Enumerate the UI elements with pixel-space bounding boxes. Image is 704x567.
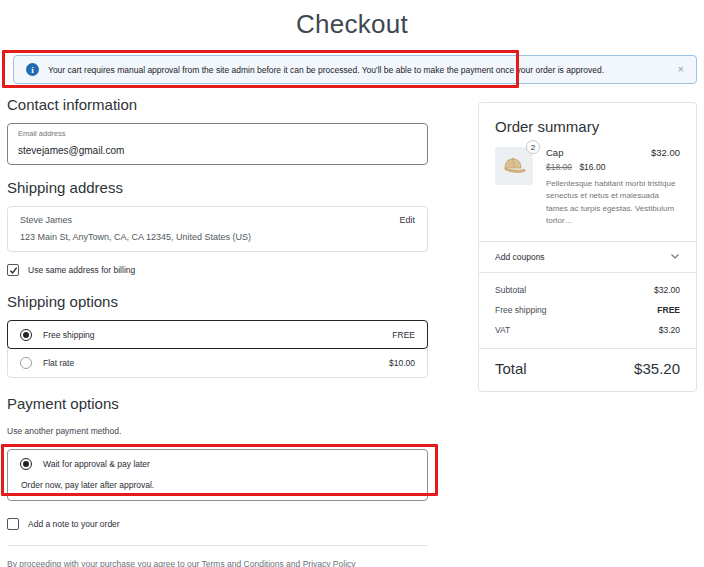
summary-row-value: FREE: [657, 305, 680, 315]
email-field-label: Email address: [18, 129, 417, 138]
total-value: $35.20: [634, 360, 680, 377]
edit-address-button[interactable]: Edit: [399, 215, 415, 242]
payment-method-wrap: Wait for approval & pay later Order now,…: [7, 449, 428, 501]
radio-selected-icon[interactable]: [20, 458, 32, 470]
summary-totals: Subtotal $32.00 Free shipping FREE VAT $…: [479, 273, 696, 348]
product-line-total: $32.00: [651, 147, 680, 158]
contact-information-heading: Contact information: [7, 96, 428, 113]
shipping-address-heading: Shipping address: [7, 179, 428, 196]
page-title: Checkout: [0, 0, 704, 40]
summary-row-label: Free shipping: [495, 305, 547, 315]
checkout-form-column: Contact information Email address stevej…: [7, 96, 428, 567]
checkout-main: Contact information Email address stevej…: [7, 96, 697, 567]
payment-subtext: Use another payment method.: [7, 426, 428, 436]
checkout-page: Checkout i Your cart requires manual app…: [0, 0, 704, 567]
summary-row-label: VAT: [495, 325, 510, 335]
order-note-checkbox[interactable]: [7, 518, 19, 530]
shipping-address-name: Steve James: [20, 215, 251, 225]
checkmark-icon: [9, 266, 18, 275]
summary-shipping-row: Free shipping FREE: [495, 305, 680, 315]
shipping-address-line: 123 Main St, AnyTown, CA, CA 12345, Unit…: [20, 232, 251, 242]
summary-row-value: $32.00: [654, 285, 680, 295]
payment-method-label[interactable]: Wait for approval & pay later: [43, 459, 150, 469]
add-coupons-toggle[interactable]: Add coupons: [479, 242, 696, 272]
product-thumbnail-wrap: 2: [495, 147, 533, 228]
info-icon: i: [26, 63, 39, 76]
radio-selected-icon[interactable]: [20, 329, 32, 341]
billing-same-address-label[interactable]: Use same address for billing: [28, 265, 135, 275]
shipping-option-free[interactable]: Free shipping FREE: [7, 320, 428, 349]
shipping-options-heading: Shipping options: [7, 293, 428, 310]
add-coupons-label: Add coupons: [495, 252, 545, 262]
shipping-option-label: Free shipping: [43, 330, 95, 340]
shipping-options-group: Free shipping FREE Flat rate $10.00: [7, 320, 428, 378]
quantity-badge: 2: [526, 140, 540, 154]
email-field-value: stevejames@gmail.com: [18, 145, 124, 156]
billing-same-address-checkbox[interactable]: [7, 264, 19, 276]
payment-method-description: Order now, pay later after approval.: [21, 480, 415, 490]
close-icon[interactable]: ×: [678, 64, 684, 75]
cap-image-icon: [501, 156, 527, 176]
summary-vat-row: VAT $3.20: [495, 325, 680, 335]
product-image: [495, 147, 533, 185]
radio-unselected-icon[interactable]: [20, 357, 32, 369]
total-label: Total: [495, 360, 527, 377]
chevron-down-icon: [670, 253, 680, 260]
product-sale-price: $16.00: [579, 162, 605, 172]
summary-subtotal-row: Subtotal $32.00: [495, 285, 680, 295]
summary-row-label: Subtotal: [495, 285, 526, 295]
approval-notice-wrap: i Your cart requires manual approval fro…: [13, 55, 697, 84]
order-note-label[interactable]: Add a note to your order: [28, 519, 120, 529]
order-item-row: 2 Cap $32.00 $18.00 $16.00 Pellentesque …: [479, 147, 696, 228]
product-name-row: Cap $32.00: [546, 147, 680, 158]
shipping-option-label: Flat rate: [43, 358, 74, 368]
shipping-option-price: FREE: [392, 330, 415, 340]
product-original-price: $18.00: [546, 162, 572, 172]
shipping-address-card: Steve James 123 Main St, AnyTown, CA, CA…: [7, 206, 428, 252]
product-name: Cap: [546, 147, 563, 158]
approval-notice-banner: i Your cart requires manual approval fro…: [13, 55, 697, 84]
order-summary-card: Order summary 2: [478, 102, 697, 392]
payment-method-radio-row: Wait for approval & pay later: [20, 458, 415, 470]
shipping-address-details: Steve James 123 Main St, AnyTown, CA, CA…: [20, 215, 251, 242]
product-info: Cap $32.00 $18.00 $16.00 Pellentesque ha…: [546, 147, 680, 228]
order-summary-column: Order summary 2: [478, 102, 697, 567]
footer-divider: [7, 545, 428, 546]
summary-row-value: $3.20: [659, 325, 680, 335]
order-note-row: Add a note to your order: [7, 518, 428, 530]
billing-same-address-row: Use same address for billing: [7, 264, 428, 276]
payment-options-heading: Payment options: [7, 395, 428, 412]
shipping-option-price: $10.00: [389, 358, 415, 368]
summary-total-row: Total $35.20: [479, 349, 696, 391]
email-field[interactable]: Email address stevejames@gmail.com: [7, 123, 428, 165]
terms-text: By proceeding with your purchase you agr…: [7, 559, 428, 567]
order-summary-heading: Order summary: [479, 103, 696, 147]
shipping-option-flat-rate[interactable]: Flat rate $10.00: [8, 349, 427, 377]
product-price-row: $18.00 $16.00: [546, 162, 680, 172]
approval-notice-text: Your cart requires manual approval from …: [48, 65, 604, 75]
product-description: Pellentesque habitant morbi tristique se…: [546, 178, 680, 228]
payment-method-option[interactable]: Wait for approval & pay later Order now,…: [7, 449, 428, 501]
